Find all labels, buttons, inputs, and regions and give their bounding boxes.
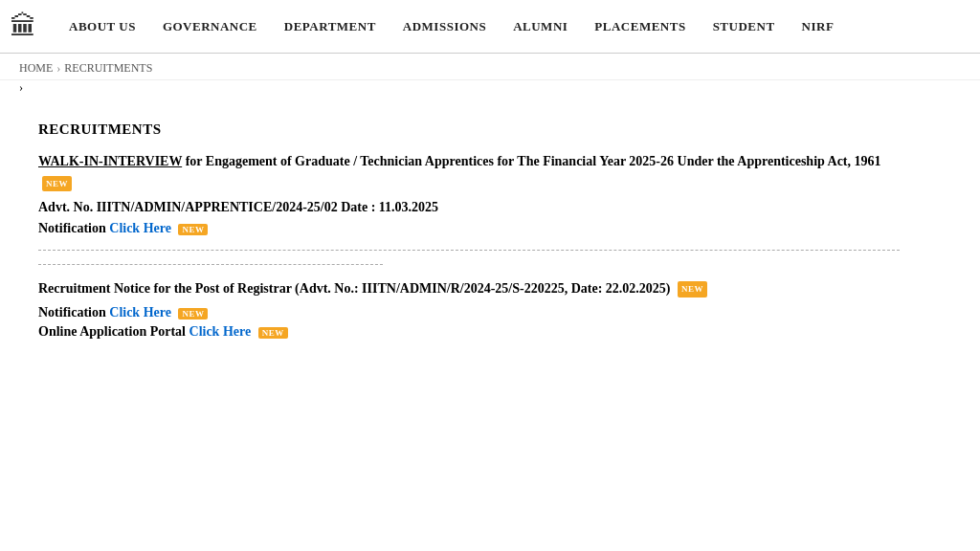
notification-link-1[interactable]: Click Here [109, 221, 171, 235]
breadcrumb-sep1: › [56, 61, 60, 76]
recruitment-title-1: WALK-IN-INTERVIEW for Engagement of Grad… [38, 151, 900, 194]
nav-menu: ABOUT US GOVERNANCE DEPARTMENT ADMISSION… [56, 0, 847, 54]
portal-link-2[interactable]: Click Here [189, 324, 252, 339]
nav-item-student[interactable]: STUDENT [700, 0, 789, 54]
recruitment-title-2: Recruitment Notice for the Post of Regis… [38, 278, 900, 299]
nav-item-placements[interactable]: PLACEMENTS [581, 0, 699, 54]
nav-item-about-us[interactable]: ABOUT US [56, 0, 149, 54]
new-badge-notif-2: NEW [178, 308, 208, 320]
nav-item-admissions[interactable]: ADMISSIONS [390, 0, 500, 54]
breadcrumb-sub-sep: › [19, 80, 23, 94]
notification-label-1: Notification [38, 221, 106, 235]
new-badge-notif-1: NEW [178, 224, 208, 235]
new-badge-title-1: NEW [42, 176, 72, 191]
notification-link-2[interactable]: Click Here [109, 305, 171, 320]
recruitment-notification-1: Notification Click Here NEW [38, 221, 900, 236]
recruitment-portal-2: Online Application Portal Click Here NEW [38, 324, 900, 340]
nav-item-governance[interactable]: GOVERNANCE [149, 0, 271, 54]
breadcrumb-row2: › [0, 80, 980, 102]
walk-in-interview-link[interactable]: WALK-IN-INTERVIEW [38, 154, 182, 168]
new-badge-title-2: NEW [678, 281, 707, 297]
page-wrapper: 🏛 ABOUT US GOVERNANCE DEPARTMENT ADMISSI… [0, 0, 980, 368]
recruitment-title-text-2: Recruitment Notice for the Post of Regis… [38, 281, 670, 296]
main-content: RECRUITMENTS WALK-IN-INTERVIEW for Engag… [0, 102, 938, 368]
portal-label-2: Online Application Portal [38, 324, 186, 339]
breadcrumb-current: RECRUITMENTS [64, 61, 152, 76]
recruitment-title-rest-1: for Engagement of Graduate / Technician … [186, 154, 881, 168]
notification-label-2: Notification [38, 305, 106, 320]
recruitment-adv-1: Advt. No. IIITN/ADMIN/APPRENTICE/2024-25… [38, 200, 900, 215]
breadcrumb-home[interactable]: HOME [19, 61, 53, 76]
recruitment-item-2: Recruitment Notice for the Post of Regis… [38, 278, 900, 340]
breadcrumb: HOME › RECRUITMENTS [0, 54, 980, 80]
divider-2 [38, 264, 383, 265]
divider-1 [38, 250, 900, 251]
recruitment-notification-2: Notification Click Here NEW [38, 305, 900, 320]
navbar: 🏛 ABOUT US GOVERNANCE DEPARTMENT ADMISSI… [0, 0, 980, 54]
new-badge-portal-2: NEW [258, 327, 288, 339]
nav-item-department[interactable]: DEPARTMENT [271, 0, 390, 54]
nav-item-nirf[interactable]: NIRF [789, 0, 848, 54]
nav-item-alumni[interactable]: ALUMNI [500, 0, 581, 54]
section-title: RECRUITMENTS [38, 121, 900, 138]
nav-logo-icon: 🏛 [10, 11, 36, 42]
recruitment-item-1: WALK-IN-INTERVIEW for Engagement of Grad… [38, 151, 900, 236]
